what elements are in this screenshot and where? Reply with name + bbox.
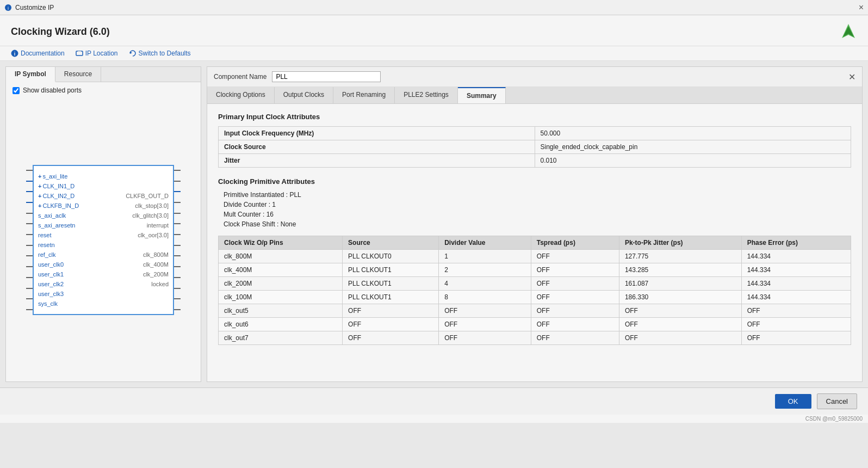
switch-defaults-label: Switch to Defaults [139,50,191,57]
location-button[interactable]: IP Location [76,50,118,57]
title-bar: i Customize IP × [0,0,868,15]
row-label: Clock Source [219,140,535,154]
table-row: Input Clock Frequency (MHz)50.000 [219,127,851,140]
cell-pin: clk_out6 [219,318,343,331]
column-header: Phase Error (ps) [741,236,851,250]
cell-jitter: 127.775 [619,250,741,263]
summary-content: Primary Input Clock Attributes Input Clo… [207,104,862,381]
table-row: clk_out5 OFF OFF OFF OFF OFF [219,304,851,318]
port-row-ref-clk: ref_clk clk_800M [34,250,173,260]
port-row-user-clk3: user_clk3 [34,289,173,299]
cell-tspread: OFF [531,318,619,331]
cell-source: OFF [343,331,439,345]
xilinx-logo [840,23,857,40]
port-row-clk-in1-d: + CLK_IN1_D [34,181,173,191]
table-row: clk_out7 OFF OFF OFF OFF OFF [219,331,851,345]
port-row-s-axi-aclk: s_axi_aclk clk_glitch[3.0] [34,211,173,220]
cell-divider: OFF [439,318,531,331]
cell-pin: clk_out5 [219,304,343,318]
component-name-row: Component Name ✕ [207,67,862,87]
documentation-button[interactable]: i Documentation [11,50,65,57]
svg-rect-7 [78,51,81,52]
cell-jitter: OFF [619,318,741,331]
right-tab-bar: Clocking Options Output Clocks Port Rena… [207,87,862,104]
tab-output-clocks[interactable]: Output Clocks [275,87,333,103]
content-area: IP Symbol Resource Show disabled ports [0,61,868,387]
svg-text:i: i [14,51,16,57]
cell-phase-error: 144.334 [741,263,851,277]
tab-summary[interactable]: Summary [458,87,506,103]
symbol-area: + s_axi_lite + CLK_IN1_D + CLK_IN2_D CLK… [6,98,201,381]
cell-phase-error: OFF [741,318,851,331]
tab-plle2-settings[interactable]: PLLE2 Settings [395,87,458,103]
cell-tspread: OFF [531,263,619,277]
tab-resource[interactable]: Resource [55,67,101,82]
component-name-input[interactable] [272,71,381,82]
table-row: clk_100M PLL CLKOUT1 8 OFF 186.330 144.3… [219,291,851,304]
app-icon: i [4,4,12,11]
refresh-icon [129,50,137,57]
port-row-reset: reset clk_oor[3.0] [34,230,173,240]
cell-source: OFF [343,304,439,318]
svg-marker-3 [843,26,854,37]
right-panel-close-button[interactable]: ✕ [848,72,855,82]
cancel-button[interactable]: Cancel [817,393,857,409]
cell-source: PLL CLKOUT1 [343,291,439,304]
port-row-user-clk2: user_clk2 locked [34,279,173,289]
toolbar: i Documentation IP Location Switch to De… [0,46,868,61]
left-tab-bar: IP Symbol Resource [6,67,201,82]
primitive-title: Clocking Primitive Attributes [218,177,851,186]
primary-input-table: Input Clock Frequency (MHz)50.000Clock S… [218,126,851,168]
show-ports-row: Show disabled ports [6,82,201,98]
port-row-clkfb-in-d: + CLKFB_IN_D clk_stop[3.0] [34,201,173,211]
row-value: Single_ended_clock_capable_pin [535,140,851,154]
cell-source: OFF [343,318,439,331]
tab-clocking-options[interactable]: Clocking Options [207,87,275,103]
documentation-label: Documentation [21,50,65,57]
mult-counter: Mult Counter : 16 [218,211,851,218]
title-bar-text: Customize IP [15,4,54,11]
table-row: clk_200M PLL CLKOUT1 4 OFF 161.087 144.3… [219,277,851,291]
wizard-title: Clocking Wizard (6.0) [11,26,110,38]
row-value: 50.000 [535,127,851,140]
primitive-instantiated: Primitive Instantiated : PLL [218,191,851,199]
table-row: Clock SourceSingle_ended_clock_capable_p… [219,140,851,154]
cell-source: PLL CLKOUT0 [343,250,439,263]
tab-port-renaming[interactable]: Port Renaming [333,87,395,103]
table-row: clk_400M PLL CLKOUT1 2 OFF 143.285 144.3… [219,263,851,277]
column-header: Pk-to-Pk Jitter (ps) [619,236,741,250]
row-label: Jitter [219,154,535,168]
cell-divider: OFF [439,304,531,318]
cell-phase-error: 144.334 [741,291,851,304]
watermark: CSDN @m0_59825000 [0,415,868,423]
component-name-label: Component Name [214,73,266,81]
cell-divider: 1 [439,250,531,263]
cell-jitter: OFF [619,331,741,345]
column-header: Source [343,236,439,250]
cell-tspread: OFF [531,304,619,318]
title-bar-left: i Customize IP [4,4,54,11]
table-row: Jitter0.010 [219,154,851,168]
column-header: Clock Wiz O/p Pins [219,236,343,250]
title-bar-close-button[interactable]: × [859,3,864,13]
clock-output-table: Clock Wiz O/p PinsSourceDivider ValueTsp… [218,236,851,345]
cell-source: PLL CLKOUT1 [343,263,439,277]
cell-phase-error: 144.334 [741,250,851,263]
svg-marker-8 [130,52,132,54]
cell-phase-error: OFF [741,331,851,345]
left-panel: IP Symbol Resource Show disabled ports [5,66,201,382]
cell-pin: clk_400M [219,263,343,277]
cell-tspread: OFF [531,277,619,291]
ok-button[interactable]: OK [775,394,811,409]
column-header: Tspread (ps) [531,236,619,250]
tab-ip-symbol[interactable]: IP Symbol [6,67,55,82]
cell-phase-error: OFF [741,304,851,318]
port-row-s-axi-lite: + s_axi_lite [34,171,173,181]
ip-symbol-box: + s_axi_lite + CLK_IN1_D + CLK_IN2_D CLK… [33,165,174,315]
switch-defaults-button[interactable]: Switch to Defaults [129,50,191,57]
row-value: 0.010 [535,154,851,168]
show-ports-checkbox[interactable] [13,87,20,94]
cell-pin: clk_200M [219,277,343,291]
cell-pin: clk_out7 [219,331,343,345]
cell-phase-error: 144.334 [741,277,851,291]
